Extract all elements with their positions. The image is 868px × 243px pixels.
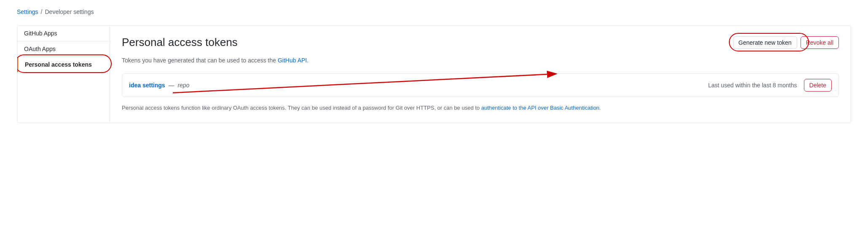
content-header: Personal access tokens Generate new toke… bbox=[122, 36, 839, 49]
footer-period: . bbox=[599, 105, 601, 111]
footer-text: Personal access tokens function like ord… bbox=[122, 104, 839, 113]
breadcrumb-separator: / bbox=[41, 8, 43, 15]
description-period: . bbox=[307, 57, 309, 64]
breadcrumb: Settings / Developer settings bbox=[17, 8, 851, 15]
delete-token-button[interactable]: Delete bbox=[804, 79, 832, 92]
breadcrumb-current: Developer settings bbox=[45, 8, 94, 15]
generate-button-wrapper: Generate new token bbox=[733, 36, 797, 49]
token-row-right: Last used within the last 8 months Delet… bbox=[708, 79, 832, 92]
token-scope: repo bbox=[177, 82, 189, 89]
footer-text-before: Personal access tokens function like ord… bbox=[122, 105, 480, 111]
sidebar-item-github-apps[interactable]: GitHub Apps bbox=[17, 26, 110, 41]
page-title: Personal access tokens bbox=[122, 36, 238, 49]
revoke-all-button[interactable]: Revoke all bbox=[801, 36, 839, 49]
sidebar: GitHub Apps OAuth Apps Personal access t… bbox=[17, 26, 110, 123]
sidebar-item-label-github-apps: GitHub Apps bbox=[24, 30, 57, 37]
sidebar-item-personal-access-tokens[interactable]: Personal access tokens bbox=[17, 57, 110, 72]
token-last-used: Last used within the last 8 months bbox=[708, 82, 797, 89]
main-layout: GitHub Apps OAuth Apps Personal access t… bbox=[17, 25, 851, 123]
basic-auth-link[interactable]: authenticate to the API over Basic Authe… bbox=[481, 105, 599, 111]
description-text: Tokens you have generated that can be us… bbox=[122, 56, 839, 65]
header-actions: Generate new token Revoke all bbox=[733, 36, 839, 49]
content-area: Personal access tokens Generate new toke… bbox=[110, 26, 851, 123]
token-row-left: idea settings — repo bbox=[129, 82, 189, 89]
description-text-before-link: Tokens you have generated that can be us… bbox=[122, 57, 276, 64]
sidebar-item-label-personal-access-tokens: Personal access tokens bbox=[25, 61, 92, 68]
token-row: idea settings — repo Last used within th… bbox=[122, 73, 839, 97]
sidebar-item-oauth-apps[interactable]: OAuth Apps bbox=[17, 41, 110, 57]
token-separator-text: — bbox=[168, 82, 174, 89]
generate-new-token-button[interactable]: Generate new token bbox=[733, 36, 797, 49]
github-api-link[interactable]: GitHub API bbox=[278, 57, 307, 64]
breadcrumb-settings-link[interactable]: Settings bbox=[17, 8, 38, 15]
token-name-link[interactable]: idea settings bbox=[129, 82, 165, 89]
sidebar-item-label-oauth-apps: OAuth Apps bbox=[24, 46, 56, 52]
